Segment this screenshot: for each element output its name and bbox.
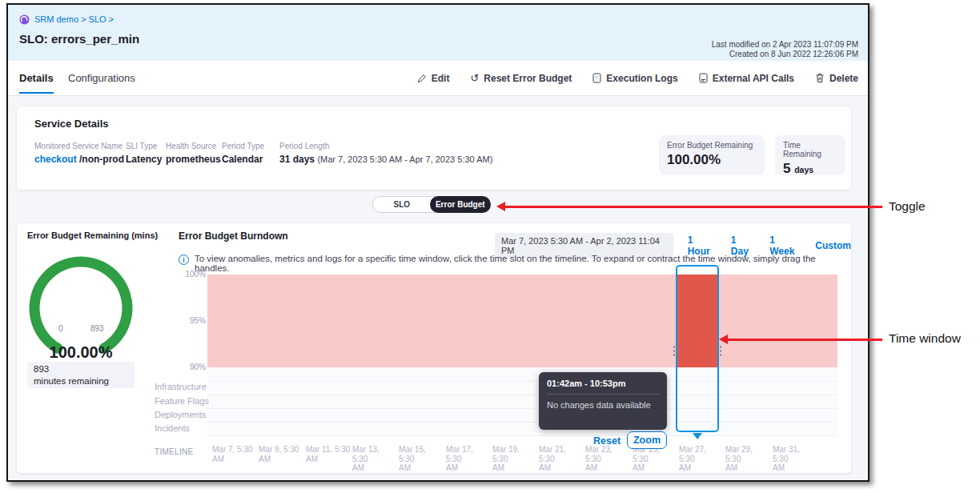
- service-details-title: Service Details: [34, 118, 109, 130]
- timeline-tick: Mar 31, 5:30AM: [773, 445, 817, 473]
- info-banner: i To view anomalies, metrics and logs fo…: [179, 254, 843, 273]
- drag-handle-right-icon[interactable]: [716, 345, 722, 356]
- field-period-type: Period Type Calendar: [222, 142, 264, 165]
- zoom-button[interactable]: Zoom: [627, 431, 667, 449]
- toggle-annotation-label: Toggle: [889, 199, 926, 214]
- timeline-tick: Mar 23, 5:30AM: [585, 445, 630, 473]
- time-window-selection[interactable]: [676, 265, 719, 432]
- burndown-title: Error Budget Burndown: [179, 230, 288, 242]
- page-header: SRM demo > SLO > SLO: errors_per_min Las…: [8, 5, 868, 61]
- range-custom[interactable]: Custom: [815, 240, 851, 251]
- timeline-tick: Mar 19, 5:30AM: [492, 445, 537, 473]
- y-tick-100: 100%: [179, 270, 206, 279]
- breadcrumb-text[interactable]: SRM demo > SLO >: [34, 14, 114, 24]
- tab-details[interactable]: Details: [19, 72, 54, 94]
- external-api-calls-button[interactable]: External API Calls: [699, 73, 794, 84]
- edit-icon: [417, 74, 427, 83]
- timeline-tick: Mar 7, 5:30AM: [212, 445, 257, 463]
- external-api-calls-icon: [699, 73, 708, 83]
- timeline-tick: Mar 15, 5:30AM: [399, 445, 444, 473]
- timeline-tick: Mar 25, 5:30AM: [633, 445, 677, 473]
- minutes-remaining-label: minutes remaining: [34, 375, 128, 387]
- toolbar: Edit ↺ Reset Error Budget Execution Logs…: [417, 61, 858, 95]
- tab-bar: Details Configurations Edit ↺ Reset Erro…: [8, 61, 868, 96]
- error-budget-panel: Error Budget Remaining (mins) 0 893 100.…: [16, 222, 852, 474]
- content-area: Service Details Monitored Service Name c…: [8, 96, 868, 480]
- minutes-remaining-value: 893: [34, 363, 128, 375]
- execution-logs-button[interactable]: Execution Logs: [592, 73, 677, 84]
- stat-error-budget-remaining: Error Budget Remaining 100.00%: [659, 135, 765, 175]
- timeline-tick: Mar 27, 5:30AM: [679, 445, 724, 473]
- view-toggle: SLO Error Budget: [372, 196, 491, 213]
- drag-handle-left-icon[interactable]: [673, 345, 679, 356]
- lane-incidents: Incidents: [155, 423, 190, 433]
- selection-caret-icon[interactable]: [693, 433, 702, 439]
- y-tick-90: 90%: [179, 363, 206, 371]
- page-title: SLO: errors_per_min: [19, 32, 139, 46]
- field-period-length: Period Length 31 days (Mar 7, 2023 5:30 …: [279, 142, 492, 165]
- created-on: Created on 8 Jun 2022 12:26:06 PM: [712, 50, 858, 59]
- reset-error-budget-button[interactable]: ↺ Reset Error Budget: [470, 72, 572, 84]
- delete-icon: [815, 73, 825, 83]
- delete-button[interactable]: Delete: [815, 73, 858, 84]
- info-text: To view anomalies, metrics and logs for …: [195, 254, 843, 273]
- timeline-tick: Mar 29, 5:30AM: [725, 445, 770, 473]
- breadcrumb[interactable]: SRM demo > SLO >: [19, 14, 114, 25]
- error-budget-band[interactable]: [207, 275, 837, 367]
- last-modified: Last modified on 2 Apr 2023 11:07:09 PM: [712, 40, 858, 50]
- timestamps: Last modified on 2 Apr 2023 11:07:09 PM …: [712, 40, 858, 58]
- field-monitored-service: Monitored Service Name checkout /non-pro…: [34, 142, 124, 165]
- service-details-card: Service Details Monitored Service Name c…: [16, 106, 852, 190]
- timeline-tick: Mar 21, 5:30AM: [539, 445, 584, 473]
- changes-tooltip: 01:42am - 10:53pm No changes data availa…: [539, 372, 667, 430]
- reset-icon: ↺: [470, 72, 479, 84]
- event-lanes-area: [207, 367, 837, 436]
- tooltip-time-range: 01:42am - 10:53pm: [547, 379, 659, 388]
- gauge-max: 893: [90, 324, 104, 333]
- timeline-tick: Mar 11, 5:30AM: [306, 445, 351, 463]
- tooltip-message: No changes data available: [547, 400, 659, 410]
- edit-button[interactable]: Edit: [417, 73, 450, 84]
- gauge-title: Error Budget Remaining (mins): [27, 230, 158, 240]
- lane-deployments: Deployments: [155, 410, 206, 419]
- toggle-annotation-arrow: [504, 206, 882, 208]
- gauge-min: 0: [58, 324, 63, 333]
- tab-configurations[interactable]: Configurations: [68, 72, 135, 92]
- gauge-percent: 100.00%: [17, 343, 145, 362]
- time-window-annotation-label: Time window: [889, 331, 961, 346]
- stat-time-remaining: Time Remaining 5 days: [775, 135, 845, 175]
- lane-infrastructure: Infrastructure: [155, 382, 207, 391]
- srm-logo-icon: [19, 14, 30, 25]
- timeline-tick: Mar 13, 5:30AM: [352, 445, 397, 473]
- execution-logs-icon: [592, 73, 601, 83]
- time-window-annotation-arrow: [727, 339, 882, 341]
- y-tick-95: 95%: [179, 316, 206, 325]
- field-sli-type: SLI Type Latency: [126, 142, 162, 165]
- field-health-source: Health Source prometheus: [166, 142, 221, 165]
- toggle-slo[interactable]: SLO: [373, 197, 431, 212]
- toggle-error-budget[interactable]: Error Budget: [430, 196, 491, 213]
- timeline-tick: Mar 17, 5:30AM: [446, 445, 491, 473]
- minutes-remaining-box: 893 minutes remaining: [27, 362, 135, 388]
- timeline-tick: Mar 9, 5:30AM: [259, 445, 303, 463]
- reset-button[interactable]: Reset: [593, 435, 621, 447]
- app-window: SRM demo > SLO > SLO: errors_per_min Las…: [6, 3, 870, 482]
- info-icon: i: [179, 255, 189, 265]
- lane-feature-flags: Feature Flags: [155, 396, 209, 406]
- monitored-service-link[interactable]: checkout: [34, 154, 77, 165]
- timeline-label: TIMELINE: [155, 447, 194, 456]
